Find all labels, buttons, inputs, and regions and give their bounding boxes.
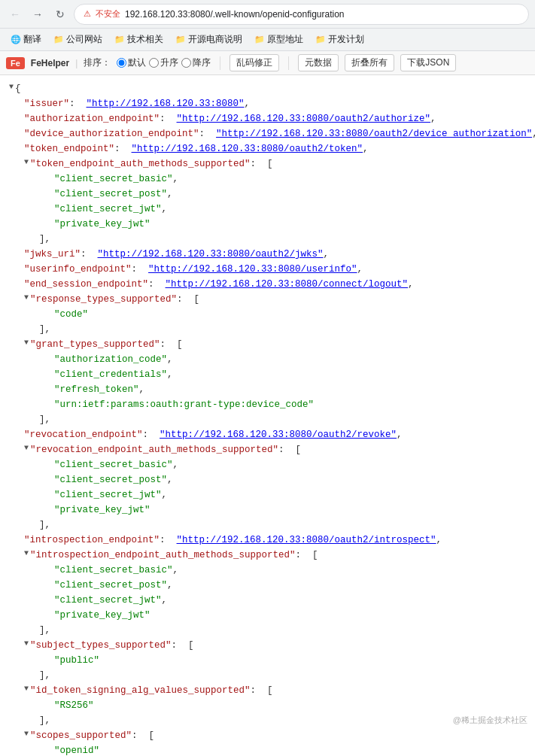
sort-desc-label: 降序 <box>193 56 211 69</box>
rt-close: ], <box>24 322 526 337</box>
introspection-endpoint-link[interactable]: "http://192.168.120.33:8080/oauth2/intro… <box>177 533 436 548</box>
ss-1: "openid" <box>54 743 526 756</box>
st-close: ], <box>24 668 526 683</box>
jwks-uri-line: "jwks_uri": "http://192.168.120.33:8080/… <box>24 247 526 262</box>
sort-radio-group: 默认 升序 降序 <box>117 56 211 69</box>
bookmark-company-label: 公司网站 <box>66 33 102 46</box>
folder-icon-4: 📁 <box>254 35 265 44</box>
json-content: ▼ { "issuer": "http://192.168.120.33:808… <box>0 75 535 756</box>
token-auth-methods-line: ▼ "token_endpoint_auth_methods_supported… <box>24 156 526 172</box>
introspection-auth-arrow[interactable]: ▼ <box>24 548 29 560</box>
gt-3: "refresh_token", <box>54 382 526 397</box>
folder-icon-5: 📁 <box>315 35 326 44</box>
tam-3: "client_secret_jwt", <box>54 202 526 217</box>
sort-asc-option[interactable]: 升序 <box>149 56 178 69</box>
grant-types-arrow[interactable]: ▼ <box>24 337 29 349</box>
fehelper-separator: | <box>75 58 78 68</box>
device-auth-endpoint-link[interactable]: "http://192.168.120.33:8080/oauth2/devic… <box>216 126 532 141</box>
issuer-link[interactable]: "http://192.168.120.33:8080" <box>87 96 245 111</box>
root-collapse-arrow[interactable]: ▼ <box>9 81 14 93</box>
ram-1: "client_secret_basic", <box>54 457 526 472</box>
userinfo-endpoint-link[interactable]: "http://192.168.120.33:8080/userinfo" <box>148 262 357 277</box>
scopes-supported-line: ▼ "scopes_supported": [ <box>24 728 526 743</box>
back-button[interactable]: ← <box>6 5 24 23</box>
auth-endpoint-link[interactable]: "http://192.168.120.33:8080/oauth2/autho… <box>177 111 431 126</box>
tam-1: "client_secret_basic", <box>54 172 526 187</box>
bookmark-translate-label: 翻译 <box>23 33 41 46</box>
watermark: @稀土掘金技术社区 <box>453 715 527 726</box>
bookmark-translate[interactable]: 🌐 翻译 <box>6 32 46 47</box>
sort-asc-radio[interactable] <box>149 58 159 68</box>
bookmark-prototype-label: 原型地址 <box>267 33 303 46</box>
tam-2: "client_secret_post", <box>54 187 526 202</box>
scopes-supported-arrow[interactable]: ▼ <box>24 728 29 740</box>
jwks-uri-link[interactable]: "http://192.168.120.33:8080/oauth2/jwks" <box>98 247 324 262</box>
folder-icon: 📁 <box>53 35 64 44</box>
meta-data-button[interactable]: 元数据 <box>298 54 339 71</box>
folder-icon-2: 📁 <box>114 35 125 44</box>
ram-2: "client_secret_post", <box>54 472 526 487</box>
revocation-auth-arrow[interactable]: ▼ <box>24 442 29 454</box>
sort-desc-radio[interactable] <box>181 58 191 68</box>
bookmark-prototype[interactable]: 📁 原型地址 <box>250 32 308 47</box>
bookmark-tech[interactable]: 📁 技术相关 <box>110 32 168 47</box>
sort-default-radio[interactable] <box>117 58 126 68</box>
json-open-brace: ▼ { <box>9 81 526 96</box>
sep-2 <box>288 56 289 70</box>
introspection-endpoint-line: "introspection_endpoint": "http://192.16… <box>24 533 526 548</box>
tam-4: "private_key_jwt" <box>54 217 526 232</box>
address-bar[interactable]: ⚠ 不安全 192.168.120.33:8080/.well-known/op… <box>74 4 529 25</box>
download-json-button[interactable]: 下载JSON <box>400 54 456 71</box>
token-auth-methods-arrow[interactable]: ▼ <box>24 156 29 169</box>
bookmark-tech-label: 技术相关 <box>127 33 163 46</box>
sep-1 <box>220 56 220 70</box>
token-endpoint-link[interactable]: "http://192.168.120.33:8080/oauth2/token… <box>132 141 363 156</box>
forward-button[interactable]: → <box>29 5 47 23</box>
subject-types-arrow[interactable]: ▼ <box>24 638 29 650</box>
subject-types-line: ▼ "subject_types_supported": [ <box>24 638 526 653</box>
iam-1: "client_secret_basic", <box>54 563 526 578</box>
sort-asc-label: 升序 <box>160 56 178 69</box>
gt-1: "authorization_code", <box>54 352 526 367</box>
end-session-line: "end_session_endpoint": "http://192.168.… <box>24 277 526 292</box>
sort-default-label: 默认 <box>128 56 146 69</box>
introspection-auth-methods-line: ▼ "introspection_endpoint_auth_methods_s… <box>24 548 526 563</box>
gt-2: "client_credentials", <box>54 367 526 382</box>
not-secure-label: 不安全 <box>96 8 120 20</box>
fehelper-name: FeHelper <box>31 58 69 68</box>
token-endpoint-line: "token_endpoint": "http://192.168.120.33… <box>24 141 526 156</box>
reload-button[interactable]: ↻ <box>51 5 69 23</box>
bookmark-company[interactable]: 📁 公司网站 <box>49 32 107 47</box>
ram-4: "private_key_jwt" <box>54 502 526 518</box>
id-token-signing-line: ▼ "id_token_signing_alg_values_supported… <box>24 683 526 698</box>
gt-4: "urn:ietf:params:oauth:grant-type:device… <box>54 397 526 412</box>
ram-3: "client_secret_jwt", <box>54 487 526 502</box>
id-token-signing-arrow[interactable]: ▼ <box>24 683 29 695</box>
tam-close: ], <box>24 232 526 247</box>
end-session-link[interactable]: "http://192.168.120.33:8080/connect/logo… <box>166 277 409 292</box>
bookmark-devplan-label: 开发计划 <box>328 33 364 46</box>
browser-toolbar: ← → ↻ ⚠ 不安全 192.168.120.33:8080/.well-kn… <box>0 0 535 29</box>
revocation-endpoint-link[interactable]: "http://192.168.120.33:8080/oauth2/revok… <box>160 427 397 442</box>
iam-4: "private_key_jwt" <box>54 608 526 623</box>
ram-close: ], <box>24 518 526 533</box>
sort-desc-option[interactable]: 降序 <box>181 56 211 69</box>
response-types-arrow[interactable]: ▼ <box>24 292 29 304</box>
issuer-line: "issuer": "http://192.168.120.33:8080", <box>24 96 526 111</box>
iam-close: ], <box>24 623 526 638</box>
bookmark-devplan[interactable]: 📁 开发计划 <box>311 32 369 47</box>
sort-default-option[interactable]: 默认 <box>117 56 146 69</box>
bookmark-ecommerce[interactable]: 📁 开源电商说明 <box>171 32 247 47</box>
fix-encoding-button[interactable]: 乱码修正 <box>230 54 279 71</box>
st-1: "public" <box>54 653 526 668</box>
bookmark-ecommerce-label: 开源电商说明 <box>188 33 242 46</box>
response-types-line: ▼ "response_types_supported": [ <box>24 292 526 307</box>
lock-icon: ⚠ <box>84 9 91 19</box>
iam-2: "client_secret_post", <box>54 578 526 593</box>
translate-icon: 🌐 <box>11 35 21 44</box>
userinfo-endpoint-line: "userinfo_endpoint": "http://192.168.120… <box>24 262 526 277</box>
url-display: 192.168.120.33:8080/.well-known/openid-c… <box>125 9 345 20</box>
fehelper-toolbar: Fe FeHelper | 排序： 默认 升序 降序 乱码修正 元数据 折叠所有… <box>0 51 535 75</box>
gt-close: ], <box>24 412 526 427</box>
fold-all-button[interactable]: 折叠所有 <box>345 54 394 71</box>
